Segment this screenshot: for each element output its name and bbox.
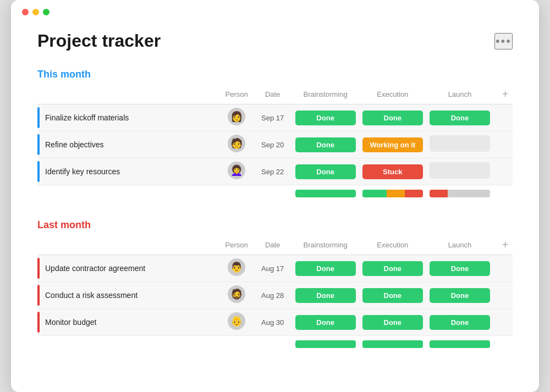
maximize-dot[interactable] xyxy=(43,9,50,15)
status-badge: Done xyxy=(362,288,423,303)
progress-segment-red xyxy=(430,190,448,197)
launch-cell xyxy=(426,158,493,185)
avatar: 👴 xyxy=(228,312,245,330)
brainstorming-cell: Done xyxy=(292,282,359,309)
status-badge: Stuck xyxy=(362,164,423,179)
progress-bar xyxy=(362,340,423,348)
progress-task-col xyxy=(37,336,220,351)
brainstorming-cell: Done xyxy=(292,131,359,158)
extra-cell xyxy=(493,131,513,158)
table-row: Identify key resources👩‍🦱Sep 22DoneStuck xyxy=(37,158,513,185)
execution-cell: Done xyxy=(359,282,426,309)
task-name-cell: Update contractor agreement xyxy=(37,255,220,282)
task-name-cell: Conduct a risk assessment xyxy=(37,282,220,309)
progress-brainstorming-col xyxy=(292,185,359,200)
progress-row xyxy=(37,336,513,351)
progress-brainstorming-col xyxy=(292,336,359,351)
person-cell: 🧔 xyxy=(220,282,254,309)
progress-date-col xyxy=(254,336,292,351)
progress-bar xyxy=(362,190,423,197)
person-cell: 👩 xyxy=(220,104,254,131)
main-content: Project tracker ••• This monthPersonDate… xyxy=(11,20,539,350)
section-last-month: Last monthPersonDateBrainstormingExecuti… xyxy=(37,219,513,350)
extra-cell xyxy=(493,282,513,309)
progress-launch-col xyxy=(426,185,493,200)
status-badge: Done xyxy=(430,315,490,330)
progress-segment-green xyxy=(295,190,356,197)
extra-cell xyxy=(493,255,513,282)
section-this-month: This monthPersonDateBrainstormingExecuti… xyxy=(37,69,513,200)
close-dot[interactable] xyxy=(22,9,29,15)
add-col-header-this-month: + xyxy=(493,88,513,104)
add-column-button-this-month[interactable]: + xyxy=(498,88,509,101)
avatar: 👨 xyxy=(228,258,245,276)
status-badge: Done xyxy=(362,315,423,330)
col-header-execution: Execution xyxy=(359,88,426,104)
progress-segment-green xyxy=(362,190,387,197)
section-title-last-month: Last month xyxy=(37,219,513,231)
status-badge: Done xyxy=(430,261,490,276)
progress-segment-gray xyxy=(448,190,490,197)
tracker-table-this-month: PersonDateBrainstormingExecutionLaunch+F… xyxy=(37,88,513,200)
progress-person-col xyxy=(220,336,254,351)
status-badge: Done xyxy=(295,111,356,125)
task-name-label: Identify key resources xyxy=(45,167,120,176)
task-name-label: Update contractor agreement xyxy=(45,264,145,273)
app-window: Project tracker ••• This monthPersonDate… xyxy=(11,0,539,392)
minimize-dot[interactable] xyxy=(32,9,39,15)
progress-segment-green xyxy=(430,340,490,348)
add-col-header-last-month: + xyxy=(493,239,513,255)
progress-bar xyxy=(295,340,356,348)
table-row: Conduct a risk assessment🧔Aug 28DoneDone… xyxy=(37,282,513,309)
progress-extra-col xyxy=(493,336,513,351)
table-row: Refine objectives🧑Sep 20DoneWorking on i… xyxy=(37,131,513,158)
date-cell: Sep 17 xyxy=(254,104,292,131)
status-badge: Done xyxy=(295,137,356,152)
date-cell: Sep 20 xyxy=(254,131,292,158)
status-badge-empty xyxy=(430,162,490,179)
launch-cell xyxy=(426,131,493,158)
status-badge: Done xyxy=(362,261,423,276)
execution-cell: Done xyxy=(359,309,426,336)
execution-cell: Working on it xyxy=(359,131,426,158)
progress-segment-green xyxy=(295,340,356,348)
progress-bar xyxy=(295,190,356,197)
col-header-brainstorming: Brainstorming xyxy=(292,239,359,255)
col-header-launch: Launch xyxy=(426,88,493,104)
launch-cell: Done xyxy=(426,255,493,282)
tracker-table-last-month: PersonDateBrainstormingExecutionLaunch+U… xyxy=(37,239,513,350)
launch-cell: Done xyxy=(426,309,493,336)
execution-cell: Stuck xyxy=(359,158,426,185)
col-header-launch: Launch xyxy=(426,239,493,255)
more-options-button[interactable]: ••• xyxy=(494,33,513,49)
status-badge: Done xyxy=(430,111,490,125)
brainstorming-cell: Done xyxy=(292,158,359,185)
progress-execution-col xyxy=(359,336,426,351)
add-column-button-last-month[interactable]: + xyxy=(498,239,509,251)
col-header-task xyxy=(37,88,220,104)
extra-cell xyxy=(493,104,513,131)
progress-row xyxy=(37,185,513,200)
progress-launch-col xyxy=(426,336,493,351)
extra-cell xyxy=(493,309,513,336)
status-badge: Done xyxy=(295,288,356,303)
person-cell: 👩‍🦱 xyxy=(220,158,254,185)
task-name-cell: Refine objectives xyxy=(37,131,220,158)
brainstorming-cell: Done xyxy=(292,255,359,282)
date-cell: Aug 30 xyxy=(254,309,292,336)
execution-cell: Done xyxy=(359,255,426,282)
task-name-cell: Finalize kickoff materials xyxy=(37,104,220,131)
task-name-label: Finalize kickoff materials xyxy=(45,113,129,122)
col-header-execution: Execution xyxy=(359,239,426,255)
person-cell: 🧑 xyxy=(220,131,254,158)
status-badge: Done xyxy=(362,111,423,125)
progress-segment-red xyxy=(405,190,423,197)
col-header-task xyxy=(37,239,220,255)
page-header: Project tracker ••• xyxy=(37,31,513,51)
window-bar xyxy=(11,0,539,20)
progress-segment-green xyxy=(362,340,423,348)
col-header-person: Person xyxy=(220,239,254,255)
col-header-date: Date xyxy=(254,239,292,255)
avatar: 👩‍🦱 xyxy=(228,162,245,179)
avatar: 🧔 xyxy=(228,285,245,303)
